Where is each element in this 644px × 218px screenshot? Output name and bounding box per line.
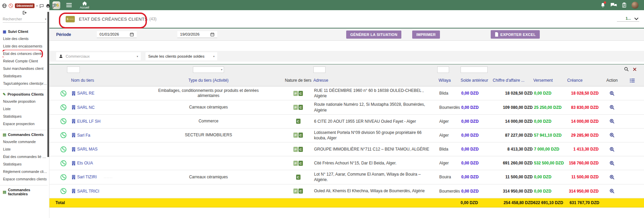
nature-badge-C: C xyxy=(296,175,301,180)
sidebar-section-title[interactable]: ▤Commandes facturables xyxy=(3,188,48,196)
sidebar-item-nouvelle-proposition[interactable]: Nouvelle proposition xyxy=(3,98,48,105)
filter-input-wilaya[interactable] xyxy=(437,66,449,73)
client-name-link[interactable]: Sarl Fa xyxy=(77,133,90,138)
calendar-icon[interactable] xyxy=(130,32,134,37)
col-versement[interactable]: Versement xyxy=(533,78,567,83)
sidebar-item-liste-des-encaissements[interactable]: Liste des encaissements xyxy=(3,42,48,50)
col-nom-du-tiers[interactable]: Nom du tiers xyxy=(71,78,134,83)
whatsapp-icon[interactable] xyxy=(55,117,71,126)
col-wilaya[interactable]: Wilaya xyxy=(439,78,461,83)
print-button[interactable]: IMPRIMER xyxy=(412,31,440,39)
whatsapp-icon[interactable] xyxy=(55,103,71,112)
col-nature-de-tiers[interactable]: Nature de tiers xyxy=(283,78,313,83)
help-icon[interactable]: ? xyxy=(52,4,54,8)
zoom-in-action-icon[interactable] xyxy=(599,173,625,181)
pagination[interactable]: 1... xyxy=(617,16,639,22)
client-name-link[interactable]: SARL RE xyxy=(77,91,94,96)
col-type-du-tiers[interactable]: Type du tiers (Activité) xyxy=(134,78,283,83)
col-chiffre-affaire[interactable]: Chiffre d'affaire ... xyxy=(493,78,533,83)
client-name-link[interactable]: SARL TRICI xyxy=(77,189,99,194)
whatsapp-icon[interactable] xyxy=(55,131,71,140)
sidebar-item-tat-des-commandes-li-aux[interactable]: État des commandes lié aux ... xyxy=(3,153,48,160)
date-to-input[interactable]: 19/03/2026 xyxy=(177,31,217,38)
col-solde-anterieur[interactable]: Solde antérieur xyxy=(461,78,493,83)
logout-icon[interactable] xyxy=(22,11,27,15)
building-icon xyxy=(72,175,75,179)
commercials-select[interactable]: Commerciaux ▾ xyxy=(56,52,141,60)
wilaya-cell: Boumerdès xyxy=(439,104,461,111)
client-name-link[interactable]: Sarl TIZIRI xyxy=(77,175,97,179)
client-name-link[interactable]: SARL MAS xyxy=(77,147,97,152)
whatsapp-icon[interactable] xyxy=(55,159,71,168)
whatsapp-icon[interactable] xyxy=(55,186,71,196)
chevron-down-icon[interactable] xyxy=(634,17,639,20)
zoom-in-action-icon[interactable] xyxy=(599,131,625,139)
sidebar-item-etat-des-cr-ances-clients[interactable]: Etat des créances clients xyxy=(3,50,48,57)
sidebar-item-suivi-marchandises-client[interactable]: Suivi marchandises client xyxy=(3,65,48,72)
clear-filter-icon[interactable] xyxy=(633,67,637,71)
sidebar-section-title[interactable]: ▤Commandes Clients xyxy=(3,133,48,137)
column-settings-icon[interactable] xyxy=(625,78,640,83)
export-excel-button[interactable]: EXPORTER EXCEL xyxy=(491,30,540,39)
client-name-link[interactable]: SARL NC xyxy=(77,105,95,110)
activity-cell: Carreaux céramiques xyxy=(134,173,283,181)
sidebar-item-statistiques[interactable]: Statistiques xyxy=(3,72,48,80)
sidebar-scrollbar[interactable] xyxy=(47,12,49,157)
sidebar-item-liste[interactable]: Liste xyxy=(3,105,48,113)
clipboard-icon[interactable] xyxy=(622,2,626,8)
whatsapp-icon[interactable] xyxy=(55,173,71,182)
chevron-down-icon[interactable]: ▾ xyxy=(36,4,38,7)
whatsapp-icon[interactable] xyxy=(55,145,71,154)
search-icon[interactable] xyxy=(624,67,629,72)
sidebar-section-title[interactable]: ✎Propositions Clients xyxy=(3,92,48,96)
period-label: Période xyxy=(56,32,97,37)
filter-input-address[interactable] xyxy=(313,66,326,73)
creance-cell: 83 830,00 DZD xyxy=(567,104,599,111)
printer-icon[interactable] xyxy=(46,4,50,8)
avatar[interactable] xyxy=(631,2,639,9)
sidebar-item-statistiques[interactable]: Statistiques xyxy=(3,113,48,120)
sidebar-item-statistiques[interactable]: Statistiques xyxy=(3,160,48,168)
zoom-in-action-icon[interactable] xyxy=(599,145,625,153)
sidebar-section-title[interactable]: ▦Suivi Client xyxy=(3,29,48,34)
sidebar-item-r-glement-commande-client[interactable]: Réglement commande client xyxy=(3,168,48,175)
logo-letter-s: S xyxy=(57,3,59,7)
client-name-link[interactable]: EURL LF SH xyxy=(77,119,101,124)
zoom-in-action-icon[interactable] xyxy=(599,103,625,111)
sidebar-item-espace-commandes-clients[interactable]: Espace commandes clients xyxy=(3,175,48,183)
zoom-in-action-icon[interactable] xyxy=(599,117,625,125)
sidebar-item-tags-cat-gories-clients-prosp[interactable]: Tags/catégories clients/prosp. xyxy=(3,80,48,87)
whatsapp-icon[interactable] xyxy=(8,3,13,8)
sidebar-search[interactable]: Rechercher ▾ xyxy=(3,17,46,23)
chat-icon[interactable] xyxy=(610,3,617,8)
nav-home[interactable]: Accueil xyxy=(80,1,89,9)
date-from-input[interactable]: 01/01/2026 xyxy=(97,31,137,38)
col-adresse[interactable]: Adresse xyxy=(313,78,439,83)
filter-input-solde[interactable] xyxy=(461,66,488,73)
sidebar-item-liste-des-clients[interactable]: Liste des clients xyxy=(3,35,48,42)
filter-select-type[interactable]: ▾ xyxy=(193,66,224,73)
sidebar-item-relev-compte-client[interactable]: Relevé Compte Client xyxy=(3,57,48,65)
globe-icon[interactable] xyxy=(2,3,7,8)
menu-icon[interactable] xyxy=(66,2,72,8)
chat-bubble-icon[interactable] xyxy=(39,4,44,8)
calendar-icon[interactable] xyxy=(210,32,215,37)
zoom-in-action-icon[interactable] xyxy=(599,187,625,195)
sidebar-item-espace-prospection[interactable]: Espace prospection xyxy=(3,120,48,127)
sidebar-item-nouvelle-commande[interactable]: Nouvelle commande xyxy=(3,138,48,145)
col-action[interactable]: Action xyxy=(599,78,625,83)
activity-cell xyxy=(134,190,283,193)
col-creance[interactable]: Créance xyxy=(567,78,599,83)
whatsapp-icon[interactable] xyxy=(55,89,71,98)
generate-situation-button[interactable]: GÉNÉRER LA SITUATION xyxy=(346,31,401,39)
solde-filter-select[interactable]: Seule les clients posséde soldes ▾ xyxy=(146,52,217,60)
main-content: $ ══ ETAT DES CRÉANCES CLIENTS (43) 1...… xyxy=(49,10,644,218)
filter-input-name[interactable] xyxy=(67,66,80,73)
bell-icon[interactable] xyxy=(600,2,605,8)
zoom-in-action-icon[interactable] xyxy=(599,90,625,97)
client-name-link[interactable]: Ets OUA xyxy=(77,161,93,165)
status-badge[interactable]: Déconnecté xyxy=(15,3,35,8)
sidebar-item-liste[interactable]: Liste xyxy=(3,145,48,153)
table-row: Ets OUAPCCité Frères Achouri N°15, Dar E… xyxy=(49,156,644,170)
zoom-in-action-icon[interactable] xyxy=(599,159,625,167)
